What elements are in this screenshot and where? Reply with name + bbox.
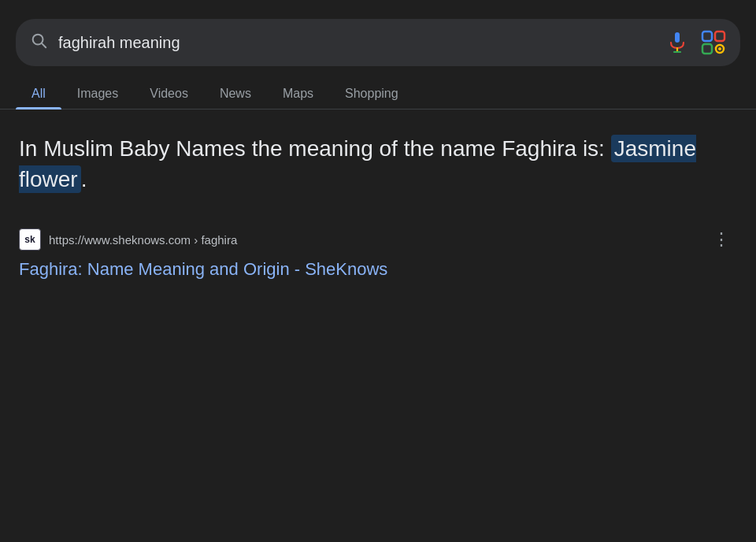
result-title[interactable]: Faghira: Name Meaning and Origin - SheKn… bbox=[19, 258, 737, 282]
result-favicon: sk bbox=[19, 228, 41, 251]
featured-snippet: In Muslim Baby Names the meaning of the … bbox=[0, 110, 756, 210]
search-bar: faghirah meaning bbox=[16, 19, 740, 66]
snippet-text-after: . bbox=[81, 167, 87, 191]
tab-videos[interactable]: Videos bbox=[134, 79, 204, 109]
tab-shopping[interactable]: Shopping bbox=[329, 79, 414, 109]
tab-images[interactable]: Images bbox=[61, 79, 134, 109]
result-menu-button[interactable]: ⋮ bbox=[706, 226, 737, 253]
search-result: sk https://www.sheknows.com › faghira ⋮ … bbox=[0, 210, 756, 298]
result-url: https://www.sheknows.com › faghira bbox=[49, 233, 699, 247]
svg-rect-5 bbox=[702, 32, 712, 41]
search-right-icons bbox=[665, 30, 726, 55]
svg-rect-6 bbox=[715, 32, 724, 41]
result-source: sk https://www.sheknows.com › faghira ⋮ bbox=[19, 226, 737, 253]
svg-rect-2 bbox=[675, 32, 680, 43]
svg-point-9 bbox=[718, 47, 721, 50]
tab-maps[interactable]: Maps bbox=[267, 79, 329, 109]
search-tabs: All Images Videos News Maps Shopping bbox=[0, 79, 756, 110]
tab-news[interactable]: News bbox=[204, 79, 267, 109]
search-input[interactable]: faghirah meaning bbox=[58, 34, 654, 52]
voice-search-icon[interactable] bbox=[665, 30, 690, 55]
search-bar-container: faghirah meaning bbox=[0, 0, 756, 79]
snippet-text-before: In Muslim Baby Names the meaning of the … bbox=[19, 136, 611, 161]
svg-rect-7 bbox=[702, 44, 712, 54]
snippet-text: In Muslim Baby Names the meaning of the … bbox=[19, 133, 728, 195]
svg-line-1 bbox=[42, 43, 46, 47]
tab-all[interactable]: All bbox=[16, 79, 61, 109]
google-lens-icon[interactable] bbox=[701, 30, 726, 55]
search-icon bbox=[30, 32, 47, 54]
